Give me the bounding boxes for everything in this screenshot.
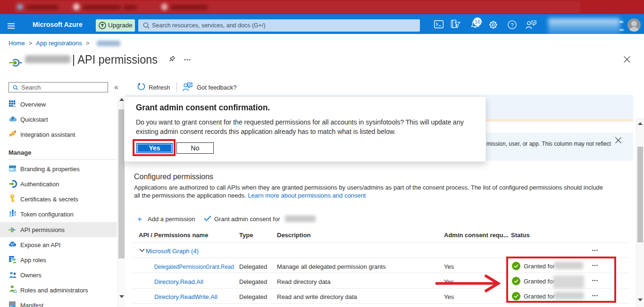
svg-text:?: ? xyxy=(510,22,513,28)
